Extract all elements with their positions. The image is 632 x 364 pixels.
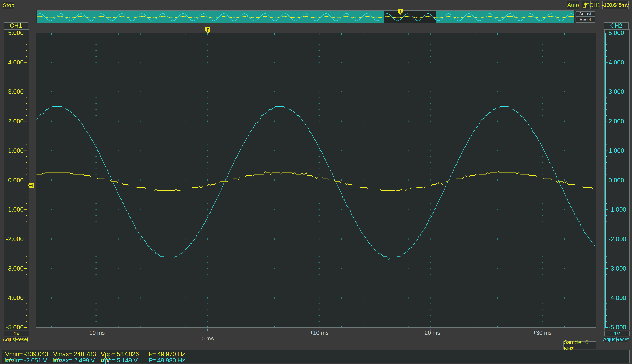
grid-dot <box>296 91 297 92</box>
grid-dot <box>497 62 498 63</box>
trigger-level-marker-icon[interactable] <box>28 183 34 188</box>
grid-dot <box>430 233 431 233</box>
grid-dot <box>541 133 543 133</box>
grid-dot <box>541 215 543 216</box>
grid-dot <box>364 180 364 181</box>
ch2-adjust-button[interactable]: Adjust <box>604 336 616 342</box>
grid-dot <box>319 44 320 45</box>
grid-dot <box>207 44 208 45</box>
ch2-header[interactable]: CH2 <box>604 22 628 29</box>
grid-dot <box>430 204 431 204</box>
time-edge-tick <box>586 326 587 327</box>
grid-dot <box>207 304 208 304</box>
ch1-reset-button[interactable]: Reset <box>16 336 28 342</box>
grid-dot <box>541 209 543 210</box>
grid-dot <box>95 204 97 204</box>
grid-dot <box>252 238 252 240</box>
time-edge-tick <box>386 33 386 34</box>
grid-dot <box>341 297 342 298</box>
grid-dot <box>430 256 431 257</box>
grid-dot <box>319 168 320 168</box>
grid-dot <box>95 221 97 222</box>
ch1-tick-label: 3.000 <box>4 88 24 95</box>
time-edge-tick <box>408 33 409 34</box>
grid-dot <box>430 109 431 110</box>
grid-dot <box>430 139 431 139</box>
grid-dot <box>51 209 52 210</box>
trigger-level-value[interactable]: -180.645mV <box>602 1 629 9</box>
grid-dot <box>430 127 431 127</box>
grid-dot <box>430 239 431 239</box>
ch2-volts-per-div[interactable]: 1V <box>604 331 630 336</box>
grid-dot <box>430 227 431 228</box>
ch1-scale-panel[interactable]: 5.0004.0003.0002.0001.0000.000-1.000-2.0… <box>4 30 29 330</box>
ch1-header[interactable]: CH1 <box>4 22 28 29</box>
trigger-time-marker-icon[interactable] <box>205 27 210 34</box>
capture-overview-bar[interactable] <box>37 10 574 23</box>
time-edge-tick <box>564 33 565 34</box>
overview-trigger-marker-icon[interactable] <box>398 9 403 15</box>
grid-dot <box>95 86 97 86</box>
sample-rate-indicator[interactable]: Sample 10 KHz <box>563 342 596 350</box>
measurements-panel: Vmin= -339.043 mV Vmax= 248.783 mV Vpp= … <box>2 350 629 364</box>
grid-dot <box>95 38 97 39</box>
grid-dot <box>207 68 208 68</box>
grid-dot <box>207 139 208 139</box>
grid-dot <box>319 115 320 116</box>
time-edge-tick <box>74 33 74 34</box>
grid-dot <box>364 91 364 92</box>
grid-dot <box>475 91 475 92</box>
grid-dot <box>586 209 587 210</box>
ch2-reset-button[interactable]: Reset <box>616 336 628 342</box>
grid-dot <box>274 121 275 122</box>
time-edge-tick <box>51 33 52 34</box>
grid-dot <box>207 292 208 292</box>
overview-reset-button[interactable]: Reset <box>576 17 595 22</box>
ch2-vmax: Vmax= 2.499 V <box>53 357 101 364</box>
grid-dot <box>430 221 431 222</box>
grid-dot <box>564 268 565 269</box>
grid-dot <box>319 310 320 310</box>
grid-dot <box>319 233 320 233</box>
grid-dot <box>341 209 342 210</box>
trigger-source-button[interactable]: CH1 <box>590 1 599 9</box>
waveform-display <box>36 32 596 328</box>
grid-dot <box>95 316 97 316</box>
grid-dot <box>207 245 208 245</box>
auto-trigger-mode-button[interactable]: Auto <box>567 1 579 9</box>
grid-dot <box>541 50 543 51</box>
grid-dot <box>163 91 163 92</box>
grid-dot <box>252 91 252 92</box>
ch1-volts-per-div[interactable]: 1V <box>4 331 29 336</box>
grid-dot <box>230 91 230 92</box>
grid-dot <box>207 133 208 133</box>
grid-dot <box>520 238 520 240</box>
grid-dot <box>586 268 587 269</box>
time-edge-tick <box>341 33 342 34</box>
ch2-scale-panel[interactable]: 5.0004.0003.0002.0001.0000.000-1.000-2.0… <box>604 30 630 330</box>
grid-dot <box>541 274 543 274</box>
grid-dot <box>541 115 543 116</box>
grid-dot <box>430 286 431 286</box>
grid-dot <box>118 180 119 181</box>
grid-dot <box>541 286 543 286</box>
grid-dot <box>319 227 320 228</box>
grid-dot <box>140 62 141 63</box>
grid-dot <box>207 233 208 233</box>
overview-adjust-button[interactable]: Adjust <box>576 11 595 17</box>
grid-dot <box>564 209 565 210</box>
grid-dot <box>520 62 520 63</box>
stop-button[interactable]: Stop <box>3 2 14 9</box>
grid-dot <box>95 115 97 116</box>
grid-dot <box>95 304 97 304</box>
grid-dot <box>296 209 297 210</box>
grid-dot <box>118 238 119 240</box>
grid-dot <box>430 268 431 269</box>
grid-dot <box>274 268 275 269</box>
grid-dot <box>95 92 97 92</box>
grid-dot <box>207 274 208 274</box>
ch1-adjust-button[interactable]: Adjust <box>4 336 16 342</box>
grid-dot <box>207 80 208 80</box>
grid-dot <box>497 297 498 298</box>
grid-dot <box>497 238 498 240</box>
